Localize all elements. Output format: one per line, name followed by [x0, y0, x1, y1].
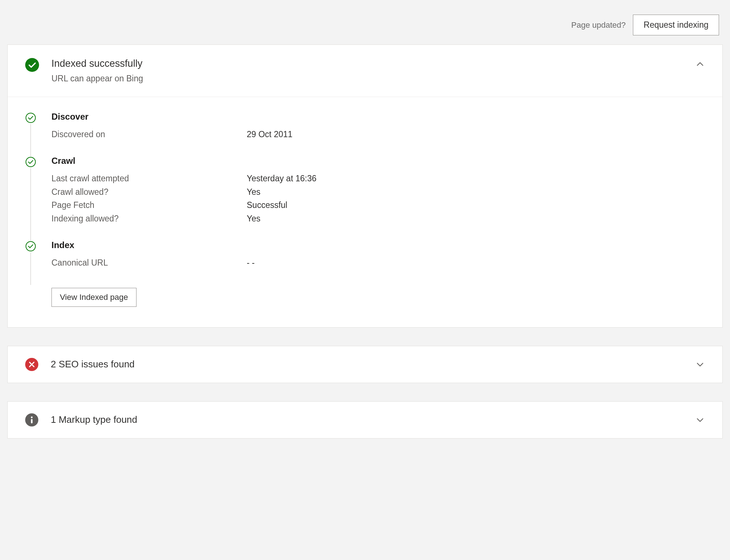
index-step: Index Canonical URL - -	[25, 240, 705, 284]
chevron-down-icon	[695, 415, 705, 425]
crawl-allowed-value: Yes	[247, 185, 261, 199]
seo-issues-title: 2 SEO issues found	[51, 359, 135, 370]
status-title: Indexed successfully	[51, 58, 143, 69]
svg-point-0	[25, 58, 39, 72]
index-title: Index	[51, 240, 705, 250]
view-indexed-page-button[interactable]: View Indexed page	[51, 288, 137, 307]
check-circle-icon	[25, 241, 36, 252]
discovered-on-value: 29 Oct 2011	[247, 128, 292, 141]
discovered-on-label: Discovered on	[51, 128, 247, 141]
svg-point-6	[31, 416, 33, 418]
check-circle-icon	[25, 112, 36, 123]
crawl-step: Crawl Last crawl attempted Yesterday at …	[25, 156, 705, 240]
info-icon	[25, 413, 38, 426]
indexing-allowed-value: Yes	[247, 212, 261, 225]
crawl-allowed-label: Crawl allowed?	[51, 185, 247, 199]
last-crawl-value: Yesterday at 16:36	[247, 172, 316, 185]
svg-point-2	[26, 157, 35, 167]
success-icon	[25, 58, 39, 72]
page-fetch-value: Successful	[247, 198, 287, 212]
chevron-up-icon	[695, 58, 705, 69]
markup-card[interactable]: 1 Markup type found	[7, 401, 723, 439]
page-fetch-label: Page Fetch	[51, 198, 247, 212]
svg-rect-7	[31, 419, 32, 423]
discover-title: Discover	[51, 112, 705, 122]
index-status-card: Indexed successfully URL can appear on B…	[7, 45, 723, 328]
index-status-header[interactable]: Indexed successfully URL can appear on B…	[8, 45, 722, 97]
svg-point-3	[26, 242, 35, 251]
topbar: Page updated? Request indexing	[7, 7, 723, 45]
markup-title: 1 Markup type found	[51, 414, 137, 425]
canonical-url-label: Canonical URL	[51, 256, 247, 270]
canonical-url-value: - -	[247, 256, 255, 270]
check-circle-icon	[25, 157, 36, 167]
error-icon	[25, 358, 38, 371]
chevron-down-icon	[695, 360, 705, 369]
index-status-body: Discover Discovered on 29 Oct 2011 Crawl	[8, 97, 722, 327]
page-updated-hint: Page updated?	[571, 20, 626, 30]
indexing-allowed-label: Indexing allowed?	[51, 212, 247, 225]
crawl-title: Crawl	[51, 156, 705, 166]
last-crawl-label: Last crawl attempted	[51, 172, 247, 185]
svg-point-1	[26, 113, 35, 123]
status-subtitle: URL can appear on Bing	[51, 74, 143, 84]
request-indexing-button[interactable]: Request indexing	[633, 15, 719, 35]
seo-issues-card[interactable]: 2 SEO issues found	[7, 346, 723, 383]
discover-step: Discover Discovered on 29 Oct 2011	[25, 112, 705, 156]
